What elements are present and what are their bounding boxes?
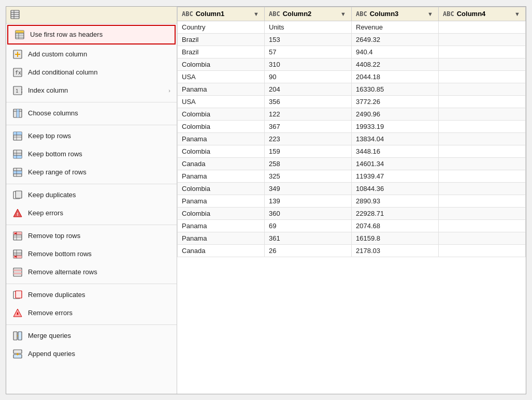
cell-r8-c1: 367 [265, 120, 352, 132]
cell-r12-c2: 11939.47 [352, 170, 439, 182]
menu-item-keep-bottom-rows[interactable]: Keep bottom rows [6, 145, 177, 164]
menu-item-label-keep-errors: Keep errors [28, 209, 170, 217]
cell-r14-c2: 2890.93 [352, 195, 439, 207]
menu-item-label-append-queries: Append queries [28, 350, 170, 358]
submenu-arrow-icon: › [168, 87, 170, 94]
menu-item-label-keep-top-rows: Keep top rows [28, 132, 170, 140]
cell-r4-c0: USA [178, 70, 265, 83]
table-row: Panama1392890.93 [178, 195, 526, 207]
cell-r11-c3 [439, 157, 526, 170]
menu-item-choose-columns[interactable]: Choose columns [6, 105, 177, 123]
cell-r5-c1: 204 [265, 83, 352, 95]
cell-r7-c3 [439, 108, 526, 120]
cell-r1-c3 [439, 33, 526, 46]
table-row: Canada25814601.34 [178, 157, 526, 170]
column-header-col4: ABCColumn4▼ [439, 7, 526, 21]
table-row: USA902044.18 [178, 70, 526, 83]
svg-rect-43 [13, 232, 22, 235]
remove-bottom-icon [12, 249, 23, 259]
menu-item-remove-duplicates[interactable]: Remove duplicates [6, 286, 177, 304]
cell-r12-c1: 325 [265, 170, 352, 182]
cell-r7-c2: 2490.96 [352, 108, 439, 120]
table-row: USA3563772.26 [178, 95, 526, 108]
cell-r13-c1: 349 [265, 182, 352, 195]
table-icon [10, 10, 21, 20]
remove-alternate-icon [12, 267, 23, 277]
cell-r14-c0: Panama [178, 195, 265, 207]
svg-text:fx: fx [15, 70, 21, 76]
column-header-col1: ABCColumn1▼ [178, 7, 265, 21]
svg-rect-70 [13, 350, 22, 353]
menu-item-label-add-custom-column: Add custom column [28, 50, 170, 58]
cell-r9-c0: Panama [178, 132, 265, 145]
column-dropdown-col2[interactable]: ▼ [339, 10, 347, 18]
menu-item-add-custom-column[interactable]: Add custom column [6, 46, 177, 64]
table-body: CountryUnitsRevenueBrazil1532649.32Brazi… [178, 21, 526, 257]
cell-r15-c3 [439, 207, 526, 219]
svg-rect-39 [16, 191, 22, 198]
menu-item-remove-alternate-rows[interactable]: Remove alternate rows [6, 263, 177, 282]
cell-r3-c3 [439, 58, 526, 70]
cell-r12-c0: Panama [178, 170, 265, 182]
menu-item-remove-top-rows[interactable]: Remove top rows [6, 227, 177, 245]
table-row: Colombia3104408.22 [178, 58, 526, 70]
merge-icon [12, 331, 23, 341]
menu-item-merge-queries[interactable]: Merge queries [6, 327, 177, 345]
menu-separator [6, 125, 177, 125]
column-header-col2: ABCColumn2▼ [265, 7, 352, 21]
column-label-col2: Column2 [283, 10, 312, 18]
column-dropdown-col3[interactable]: ▼ [426, 10, 434, 18]
svg-rect-69 [18, 332, 22, 340]
menu-item-add-conditional-column[interactable]: fx Add conditional column [6, 64, 177, 82]
cell-r6-c2: 3772.26 [352, 95, 439, 108]
cell-r3-c0: Colombia [178, 58, 265, 70]
cell-r17-c1: 361 [265, 232, 352, 244]
menu-item-label-keep-range-of-rows: Keep range of rows [28, 168, 170, 176]
cell-r9-c1: 223 [265, 132, 352, 145]
add-custom-icon [12, 49, 23, 60]
table-row: Panama20416330.85 [178, 83, 526, 95]
cell-r17-c0: Panama [178, 232, 265, 244]
menu-item-label-remove-alternate-rows: Remove alternate rows [28, 268, 170, 276]
menu-separator [6, 184, 177, 184]
menu-item-append-queries[interactable]: Append queries [6, 345, 177, 363]
svg-rect-22 [17, 109, 19, 117]
cell-r17-c2: 16159.8 [352, 232, 439, 244]
menu-item-keep-range-of-rows[interactable]: Keep range of rows [6, 164, 177, 182]
cell-r18-c1: 26 [265, 244, 352, 257]
keep-errors-icon: ! [12, 208, 23, 218]
type-icon-col1: ABC [182, 10, 193, 18]
menu-item-keep-errors[interactable]: ! Keep errors [6, 204, 177, 223]
cell-r7-c1: 122 [265, 108, 352, 120]
cell-r6-c1: 356 [265, 95, 352, 108]
menu-item-label-choose-columns: Choose columns [28, 109, 170, 117]
remove-errors-icon [12, 308, 23, 318]
menu-item-keep-top-rows[interactable]: Keep top rows [6, 127, 177, 145]
menu-separator [6, 225, 177, 225]
menu-item-remove-errors[interactable]: Remove errors [6, 304, 177, 322]
menu-item-use-first-row[interactable]: Use first row as headers [7, 25, 176, 45]
cell-r5-c0: Panama [178, 83, 265, 95]
cell-r18-c0: Canada [178, 244, 265, 257]
menu-item-keep-duplicates[interactable]: Keep duplicates [6, 186, 177, 204]
cell-r4-c2: 2044.18 [352, 70, 439, 83]
svg-rect-57 [13, 270, 22, 271]
cell-r4-c1: 90 [265, 70, 352, 83]
column-dropdown-col1[interactable]: ▼ [252, 10, 260, 18]
cell-r15-c0: Colombia [178, 207, 265, 219]
table-header: ABCColumn1▼ABCColumn2▼ABCColumn3▼ABCColu… [178, 7, 526, 21]
cell-r0-c0: Country [178, 21, 265, 33]
menu-item-index-column[interactable]: 1 2 Index column› [6, 82, 177, 100]
menu-item-label-index-column: Index column [28, 86, 163, 94]
cell-r11-c2: 14601.34 [352, 157, 439, 170]
remove-duplicates-icon [12, 290, 23, 300]
cell-r10-c0: Colombia [178, 145, 265, 157]
cell-r2-c1: 57 [265, 46, 352, 58]
table-row: Panama692074.68 [178, 219, 526, 232]
menu-item-remove-bottom-rows[interactable]: Remove bottom rows [6, 245, 177, 263]
cell-r2-c3 [439, 46, 526, 58]
column-dropdown-col4[interactable]: ▼ [513, 10, 521, 18]
cell-r1-c0: Brazil [178, 33, 265, 46]
add-conditional-icon: fx [12, 67, 23, 78]
cell-r16-c3 [439, 219, 526, 232]
